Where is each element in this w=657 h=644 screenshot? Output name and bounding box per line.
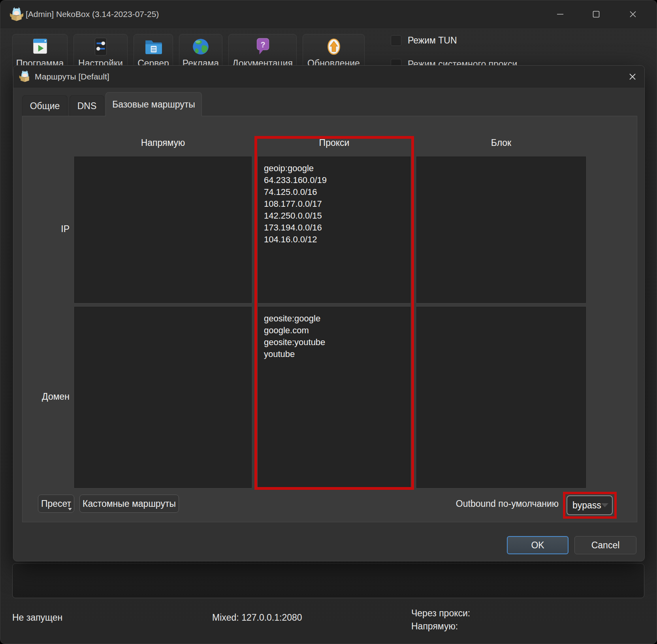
ip-block-textarea[interactable] — [416, 157, 586, 303]
preset-button[interactable]: Пресет — [38, 495, 74, 513]
server-folder-icon — [144, 38, 163, 56]
dialog-close-icon[interactable] — [624, 68, 641, 85]
status-running-state: Не запущен — [12, 612, 62, 623]
column-header-direct: Напрямую — [74, 136, 252, 149]
outbound-default-dropdown[interactable]: bypass — [567, 495, 613, 515]
ok-button[interactable]: OK — [507, 536, 569, 554]
outbound-default-value: bypass — [567, 500, 601, 511]
tun-mode-row: Режим TUN — [391, 35, 457, 46]
domain-proxy-textarea[interactable]: geosite:google google.com geosite:youtub… — [258, 307, 410, 488]
nekobox-dialog-icon — [19, 70, 31, 83]
globe-icon — [191, 38, 210, 56]
screen: [Admin] NekoBox (3.14-2023-07-25) — [0, 0, 657, 644]
preset-button-label: Пресет — [41, 499, 71, 509]
nekobox-app-icon — [9, 7, 24, 22]
maximize-button[interactable] — [587, 5, 605, 23]
sliders-icon — [91, 38, 110, 56]
dialog-titlebar: Маршруты [Default] — [13, 66, 644, 87]
tun-mode-checkbox[interactable] — [391, 35, 401, 46]
custom-routes-button[interactable]: Кастомные маршруты — [79, 495, 179, 513]
status-direct-label: Напрямую: — [411, 620, 470, 633]
window-title: [Admin] NekoBox (3.14-2023-07-25) — [26, 0, 159, 28]
svg-text:?: ? — [260, 40, 265, 49]
help-bubble-icon: ? — [253, 38, 272, 56]
status-traffic-block: Через прокси: Напрямую: — [411, 607, 470, 633]
program-window-icon — [30, 38, 49, 56]
tab-dns[interactable]: DNS — [70, 95, 104, 116]
column-header-block: Блок — [416, 136, 586, 149]
update-arrow-icon — [324, 38, 343, 56]
cancel-button[interactable]: Cancel — [574, 536, 636, 554]
preset-menu-arrow-icon — [68, 508, 72, 510]
column-header-proxy: Прокси — [258, 136, 410, 149]
close-button[interactable] — [624, 5, 642, 23]
custom-routes-button-label: Кастомные маршруты — [83, 499, 176, 509]
status-inbound-address: Mixed: 127.0.0.1:2080 — [212, 612, 302, 623]
status-via-proxy-label: Через прокси: — [411, 607, 470, 620]
tab-basic-routes[interactable]: Базовые маршруты — [105, 92, 202, 116]
routes-dialog: Маршруты [Default] Общие DNS Базовые мар… — [13, 65, 645, 561]
outbound-default-label: Outbound по-умолчанию — [431, 495, 559, 513]
domain-direct-textarea[interactable] — [74, 307, 252, 488]
domain-block-textarea[interactable] — [416, 307, 586, 488]
ip-direct-textarea[interactable] — [74, 157, 252, 303]
row-label-domain: Домен — [30, 391, 74, 402]
row-label-ip: IP — [30, 224, 74, 234]
chevron-down-icon — [601, 503, 608, 507]
log-panel[interactable] — [12, 563, 644, 598]
tun-mode-label: Режим TUN — [408, 35, 457, 46]
main-titlebar: [Admin] NekoBox (3.14-2023-07-25) — [0, 0, 657, 28]
minimize-button[interactable] — [551, 5, 569, 23]
dialog-title: Маршруты [Default] — [35, 66, 109, 87]
tab-general[interactable]: Общие — [22, 95, 68, 116]
ip-proxy-textarea[interactable]: geoip:google 64.233.160.0/19 74.125.0.0/… — [258, 157, 410, 303]
